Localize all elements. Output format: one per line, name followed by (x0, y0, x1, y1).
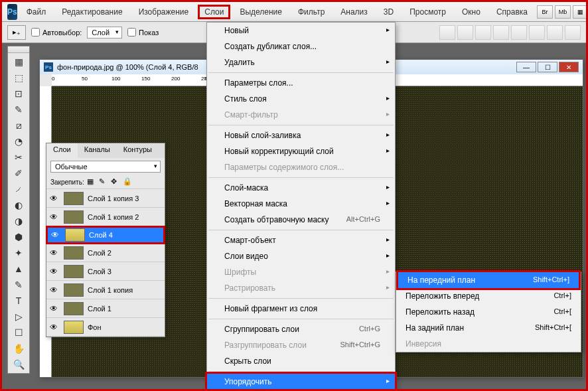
menu-layers[interactable]: Слои (198, 5, 230, 19)
tool-0[interactable]: ▦ (9, 54, 28, 69)
minibridge-button[interactable]: Mb (555, 5, 571, 19)
align-icon-2[interactable] (457, 25, 473, 40)
tool-7[interactable]: ✐ (9, 166, 28, 181)
layer-row[interactable]: 👁 Слой 1 (46, 299, 165, 318)
tool-16[interactable]: ▷ (9, 309, 28, 324)
layer-row[interactable]: 👁 Слой 3 (46, 262, 165, 281)
visibility-icon[interactable]: 👁 (46, 248, 61, 258)
visibility-icon[interactable]: 👁 (48, 230, 62, 240)
menu-analysis[interactable]: Анализ (334, 5, 374, 19)
menu-item[interactable]: Слои видео (207, 248, 395, 264)
submenu-item[interactable]: На передний планShift+Ctrl+] (396, 270, 581, 290)
tool-9[interactable]: ◐ (9, 198, 28, 212)
submenu-item[interactable]: На задний планShift+Ctrl+[ (396, 320, 581, 336)
tool-19[interactable]: 🔍 (9, 357, 28, 372)
layer-thumbnail[interactable] (64, 302, 84, 315)
lock-position-icon[interactable]: ✥ (111, 177, 120, 187)
layer-row[interactable]: 👁 Слой 2 (46, 244, 165, 262)
menu-item[interactable]: Векторная маска (207, 196, 395, 212)
menu-window[interactable]: Окно (455, 5, 487, 19)
align-icon-1[interactable] (439, 25, 455, 40)
tool-12[interactable]: ✦ (9, 246, 28, 260)
layer-thumbnail[interactable] (64, 210, 84, 224)
current-tool-icon[interactable]: ▸₊ (7, 25, 26, 40)
arrange-button[interactable]: ▦ (573, 5, 588, 19)
menu-item[interactable]: Упорядочить (205, 372, 397, 391)
menu-view[interactable]: Просмотр (403, 5, 453, 19)
menu-item[interactable]: Стиль слоя (207, 91, 395, 107)
menu-item[interactable]: Слой-маска (207, 180, 395, 196)
tool-18[interactable]: ✋ (9, 341, 28, 356)
tool-14[interactable]: ✎ (9, 277, 28, 292)
auto-select-checkbox[interactable]: Автовыбор: (31, 28, 82, 37)
menu-help[interactable]: Справка (490, 5, 534, 19)
minimize-button[interactable]: — (516, 62, 536, 72)
tool-17[interactable]: ☐ (9, 325, 28, 340)
visibility-icon[interactable]: 👁 (46, 267, 61, 276)
lock-paint-icon[interactable]: ✎ (99, 177, 108, 187)
tool-11[interactable]: ⬢ (9, 230, 28, 244)
align-icon-8[interactable] (565, 25, 581, 40)
menu-item[interactable]: Смарт-объект (207, 232, 395, 248)
tool-4[interactable]: ⧄ (9, 118, 28, 133)
lock-all-icon[interactable]: 🔒 (123, 177, 132, 187)
menu-filter[interactable]: Фильтр (291, 5, 331, 19)
menu-item[interactable]: Новый слой-заливка (207, 127, 395, 143)
layer-row[interactable]: 👁 Фон (46, 318, 165, 337)
lock-pixels-icon[interactable]: ▦ (87, 177, 96, 187)
menu-edit[interactable]: Редактирование (55, 5, 129, 19)
menu-select[interactable]: Выделение (233, 5, 289, 19)
visibility-icon[interactable]: 👁 (46, 323, 61, 332)
tool-8[interactable]: ⟋ (9, 182, 28, 196)
layer-thumbnail[interactable] (64, 192, 84, 205)
bridge-button[interactable]: Br (537, 5, 553, 19)
show-transform-input[interactable] (127, 28, 136, 37)
tool-5[interactable]: ◔ (9, 134, 28, 149)
tab-layers[interactable]: Слои (46, 143, 78, 158)
visibility-icon[interactable]: 👁 (46, 212, 61, 222)
menu-file[interactable]: Файл (20, 5, 53, 19)
blend-mode-dropdown[interactable]: Обычные (50, 161, 161, 173)
visibility-icon[interactable]: 👁 (46, 304, 61, 313)
tool-1[interactable]: ⬚ (9, 70, 28, 85)
align-icon-6[interactable] (529, 25, 545, 40)
menu-item[interactable]: Параметры слоя... (207, 75, 395, 91)
submenu-item[interactable]: Переложить назадCtrl+[ (396, 304, 581, 320)
tool-13[interactable]: ▲ (9, 262, 28, 276)
tool-3[interactable]: ✎ (9, 102, 28, 117)
menu-item[interactable]: Новый (207, 23, 395, 39)
menu-item[interactable]: Удалить (207, 54, 395, 70)
layer-thumbnail[interactable] (64, 246, 84, 260)
align-icon-4[interactable] (493, 25, 509, 40)
menu-item[interactable]: Создать дубликат слоя... (207, 39, 395, 54)
align-icon-5[interactable] (511, 25, 527, 40)
visibility-icon[interactable]: 👁 (46, 194, 61, 203)
layer-row[interactable]: 👁 Слой 1 копия 2 (46, 208, 165, 226)
layer-thumbnail[interactable] (64, 265, 84, 278)
layer-row[interactable]: 👁 Слой 4 (46, 226, 165, 244)
layer-row[interactable]: 👁 Слой 1 копия 3 (46, 189, 165, 208)
tool-10[interactable]: ◑ (9, 214, 28, 228)
show-transform-checkbox[interactable]: Показ (127, 28, 159, 37)
tab-channels[interactable]: Каналы (78, 143, 117, 158)
menu-3d[interactable]: 3D (377, 5, 400, 19)
maximize-button[interactable]: ☐ (538, 62, 557, 72)
layer-thumbnail[interactable] (65, 228, 85, 242)
menu-item[interactable]: Новый фрагмент из слоя (207, 301, 395, 317)
align-icon-7[interactable] (547, 25, 563, 40)
menu-image[interactable]: Изображение (132, 5, 196, 19)
menu-item[interactable]: Скрыть слои (207, 353, 395, 369)
visibility-icon[interactable]: 👁 (46, 285, 61, 295)
tool-15[interactable]: T (9, 293, 28, 308)
layer-thumbnail[interactable] (64, 283, 84, 297)
tool-2[interactable]: ⊡ (9, 86, 28, 101)
layer-thumbnail[interactable] (64, 321, 84, 334)
tab-paths[interactable]: Контуры (117, 143, 159, 158)
close-button[interactable]: ✕ (559, 62, 579, 72)
layer-row[interactable]: 👁 Слой 1 копия (46, 281, 165, 299)
menu-item[interactable]: Создать обтравочную маскуAlt+Ctrl+G (207, 212, 395, 228)
toolbox-grip[interactable] (8, 46, 29, 53)
auto-select-input[interactable] (31, 28, 40, 37)
auto-select-dropdown[interactable]: Слой (87, 27, 122, 39)
tool-6[interactable]: ✂ (9, 150, 28, 165)
